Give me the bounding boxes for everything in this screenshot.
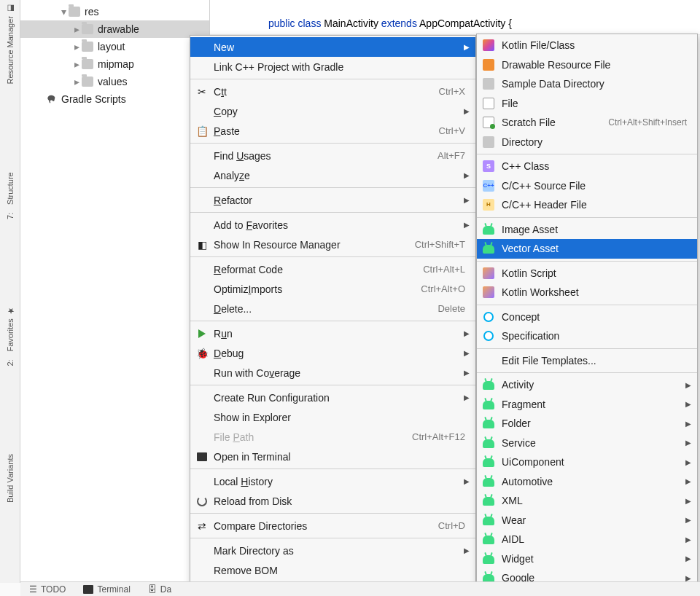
and-icon: [483, 533, 494, 545]
menu-item-service[interactable]: Service▶: [477, 434, 697, 453]
menu-item-kotlin-worksheet[interactable]: Kotlin Worksheet: [477, 283, 697, 302]
menu-item-image-asset[interactable]: Image Asset: [477, 220, 697, 240]
menu-item-new[interactable]: New▶: [190, 37, 475, 57]
menu-item-directory[interactable]: Directory: [477, 133, 697, 152]
menu-item-show-in-resource-manager[interactable]: ◧Show In Resource ManagerCtrl+Shift+T: [190, 235, 475, 254]
bottom-todo[interactable]: ☰TODO: [29, 584, 66, 595]
menu-item-c-c-header-file[interactable]: HC/C++ Header File: [477, 195, 697, 215]
rail-structure[interactable]: 7: Structure: [6, 172, 15, 219]
menu-item-run-with-coverage[interactable]: Run with Coverage▶: [190, 363, 475, 383]
bug-icon: 🐞: [196, 348, 208, 359]
tree-label: Gradle Scripts: [61, 93, 126, 105]
menu-item-aidl[interactable]: AIDL▶: [477, 530, 697, 549]
menu-item-activity[interactable]: Activity▶: [477, 375, 697, 395]
menu-item-mark-directory-as[interactable]: Mark Directory as▶: [190, 541, 475, 560]
menu-item-fragment[interactable]: Fragment▶: [477, 395, 697, 415]
menu-item-xml[interactable]: XML▶: [477, 491, 697, 511]
menu-item-show-in-explorer[interactable]: Show in Explorer: [190, 407, 475, 427]
menu-item-add-to-favorites[interactable]: Add to Favorites▶: [190, 215, 475, 235]
list-icon: ☰: [29, 584, 37, 595]
folder2-icon: [483, 136, 494, 148]
menu-item-paste[interactable]: 📋PasteCtrl+V: [190, 121, 475, 141]
menu-item-label: Link C++ Project with Gradle: [214, 61, 465, 73]
and-icon: [483, 553, 494, 565]
menu-item-edit-file-templates[interactable]: Edit File Templates...: [477, 351, 697, 371]
menu-item-concept[interactable]: Concept: [477, 307, 697, 327]
tree-node-res[interactable]: ▾ res: [20, 3, 209, 20]
menu-item-delete[interactable]: Delete...Delete: [190, 299, 475, 318]
menu-item-refactor[interactable]: Refactor▶: [190, 190, 475, 210]
menu-item-drawable-resource-file[interactable]: Drawable Resource File: [477, 55, 697, 75]
menu-item-sample-data-directory[interactable]: Sample Data Directory: [477, 74, 697, 94]
tree-node-gradle-scripts[interactable]: Gradle Scripts: [20, 90, 209, 108]
chevron-right-icon[interactable]: ▸: [71, 59, 82, 69]
project-tree-panel: ▾ res ▸ drawable ▸ layout ▸ mipmap ▸ val…: [20, 0, 210, 583]
menu-item-file[interactable]: File: [477, 94, 697, 114]
tree-node-drawable[interactable]: ▸ drawable: [20, 20, 209, 38]
gradle-icon: [45, 93, 57, 105]
menu-item-wear[interactable]: Wear▶: [477, 511, 697, 530]
menu-item-reload-from-disk[interactable]: Reload from Disk: [190, 491, 475, 511]
menu-item-shortcut: Ctrl+Alt+Shift+Insert: [608, 117, 687, 128]
menu-item-kotlin-file-class[interactable]: Kotlin File/Class: [477, 36, 697, 55]
menu-item-optimize-imports[interactable]: OptimizImportsCtrl+Alt+O: [190, 279, 475, 299]
menu-item-scratch-file[interactable]: Scratch FileCtrl+Alt+Shift+Insert: [477, 113, 697, 133]
bottom-database[interactable]: 🗄Da: [148, 584, 171, 595]
rail-favorites[interactable]: 2: Favorites ★: [5, 306, 15, 366]
tree-node-values[interactable]: ▸ values: [20, 73, 209, 90]
menu-item-open-in-terminal[interactable]: Open in Terminal: [190, 447, 475, 466]
chevron-down-icon[interactable]: ▾: [58, 7, 69, 17]
menu-item-reformat-code[interactable]: Reformat CodeCtrl+Alt+L: [190, 259, 475, 279]
folder-icon: [82, 77, 93, 87]
menu-item-create-run-configuration[interactable]: Create Run Configuration▶: [190, 388, 475, 407]
chevron-right-icon: ▶: [685, 458, 691, 466]
menu-item-label: Specification: [502, 330, 687, 342]
tree-node-layout[interactable]: ▸ layout: [20, 38, 209, 55]
menu-item-debug[interactable]: 🐞Debug▶: [190, 343, 475, 363]
tree-node-mipmap[interactable]: ▸ mipmap: [20, 55, 209, 73]
bottom-terminal[interactable]: Terminal: [83, 584, 130, 595]
menu-item-folder[interactable]: Folder▶: [477, 414, 697, 434]
rail-build-variants[interactable]: Build Variants: [6, 454, 15, 503]
menu-item-specification[interactable]: Specification: [477, 326, 697, 346]
menu-item-vector-asset[interactable]: Vector Asset: [477, 239, 697, 259]
menu-item-find-usages[interactable]: Find UsagesAlt+F7: [190, 146, 475, 165]
chevron-right-icon: ▶: [685, 439, 691, 447]
menu-item-kotlin-script[interactable]: Kotlin Script: [477, 264, 697, 283]
menu-separator: [190, 212, 475, 213]
menu-item-label: Run: [214, 328, 465, 340]
menu-item-cut[interactable]: ✂CttCtrl+X: [190, 82, 475, 101]
chevron-right-icon[interactable]: ▸: [71, 77, 82, 87]
menu-item-compare-directories[interactable]: ⇄Compare DirectoriesCtrl+D: [190, 516, 475, 536]
menu-item-copy[interactable]: Copy▶: [190, 101, 475, 121]
menu-item-label: C++ Class: [502, 160, 687, 172]
menu-item-link-c-project-with-gradle[interactable]: Link C++ Project with Gradle: [190, 57, 475, 77]
menu-item-remove-bom[interactable]: Remove BOM: [190, 560, 475, 580]
menu-item-label: Create Run Configuration: [214, 392, 465, 404]
chevron-right-icon: ▶: [464, 369, 470, 377]
chevron-right-icon[interactable]: ▸: [71, 24, 82, 34]
menu-item-automotive[interactable]: Automotive▶: [477, 472, 697, 492]
tree-label: layout: [98, 41, 125, 52]
tree-label: res: [85, 6, 98, 17]
menu-item-c-class[interactable]: SC++ Class: [477, 157, 697, 176]
rail-resource-manager[interactable]: Resource Manager ◧: [5, 3, 15, 85]
menu-item-run[interactable]: Run▶: [190, 324, 475, 343]
menu-item-local-history[interactable]: Local History▶: [190, 471, 475, 491]
new-submenu: Kotlin File/ClassDrawable Resource FileS…: [476, 34, 698, 596]
code-editor[interactable]: public class MainActivity extends AppCom…: [210, 0, 700, 35]
menu-item-label: Edit File Templates...: [502, 355, 687, 366]
menu-item-label: Image Asset: [502, 224, 687, 235]
star-icon: ★: [5, 306, 15, 315]
menu-item-analyze[interactable]: Analyze▶: [190, 165, 475, 185]
menu-separator: [190, 468, 475, 469]
menu-item-uicomponent[interactable]: UiComponent▶: [477, 452, 697, 472]
chevron-right-icon: ▶: [685, 400, 691, 408]
menu-item-label: Kotlin File/Class: [502, 39, 687, 51]
chevron-right-icon[interactable]: ▸: [71, 42, 82, 52]
menu-item-file-path[interactable]: File PathCtrl+Alt+F12: [190, 427, 475, 447]
menu-item-widget[interactable]: Widget▶: [477, 549, 697, 569]
menu-item-c-c-source-file[interactable]: C++C/C++ Source File: [477, 176, 697, 196]
tree-label: mipmap: [98, 58, 134, 70]
menu-item-shortcut: Alt+F7: [438, 150, 465, 161]
